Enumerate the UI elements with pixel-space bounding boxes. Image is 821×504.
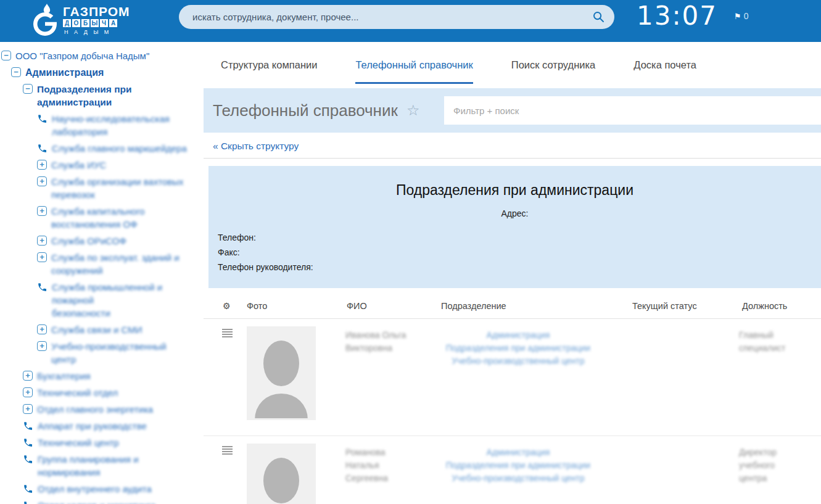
employee-position: Главныйспециалист [739,329,819,355]
tree-item-label[interactable]: Служба организации вахтовыхперевозок [51,175,184,201]
tree-item[interactable]: −Подразделения приадминистрации [23,83,204,109]
tree-item[interactable]: −ООО "Газпром добыча Надым" [1,49,204,62]
tree-item-label[interactable]: Служба связи и СМИ [51,323,142,336]
tree-item-label[interactable]: Технический отдел [37,386,118,399]
tree-item-label[interactable]: Служба ИУС [51,159,106,171]
logo-letter-box: О [72,19,80,27]
phone-icon [37,282,48,293]
column-header: Текущий статус [632,301,697,311]
expand-plus-icon[interactable]: + [37,236,47,246]
tree-item[interactable]: +Служба капитальноговосстановления ОФ [37,205,204,231]
tree-item-label[interactable]: Отдел внутреннего аудита [38,482,152,495]
phone-icon [23,437,34,448]
employee-table-header: ⚙ ФотоФИОПодразделениеТекущий статусДолж… [204,295,821,319]
tree-item[interactable]: +Служба связи и СМИ [37,323,204,336]
tree-item-label[interactable]: Служба главного маркшейдера [52,142,187,155]
tree-item[interactable]: +Служба ОРиСОФ [37,234,204,247]
expand-plus-icon[interactable]: + [37,324,47,334]
expand-plus-icon[interactable]: + [23,404,33,414]
filter-search-input[interactable] [444,96,821,125]
phone-icon [37,143,48,154]
logo-text: ГАЗПРОМ ДОБЫЧА НАДЫМ [63,5,130,35]
tree-item-label[interactable]: Служба капитальноговосстановления ОФ [51,205,145,231]
column-header: Фото [247,301,267,311]
tree-item[interactable]: Отдел внутреннего аудита [23,482,204,495]
tree-item[interactable]: Служба главного маркшейдера [37,142,204,155]
tree-item-label[interactable]: Отдел кадров и маркетинга [38,499,156,504]
logo-line-gazprom: ГАЗПРОМ [63,5,130,19]
tab[interactable]: Телефонный справочник [355,42,472,88]
expand-plus-icon[interactable]: + [37,206,47,216]
tab[interactable]: Доска почета [633,42,696,88]
contact-labels: Телефон: Факс: Телефон руководителя: [218,233,313,277]
employee-photo-placeholder[interactable] [247,326,316,420]
tree-item[interactable]: +Служба по эксплуат. зданий исооружений [37,251,204,277]
tab[interactable]: Структура компании [221,42,317,88]
collapse-minus-icon[interactable]: − [1,51,11,60]
employee-row: Иванова ОльгаВикторовнаАдминистрацияПодр… [204,319,821,436]
clock: 13:07 [637,1,717,31]
employee-position: Директоручебногоцентра [739,446,819,485]
expand-plus-icon[interactable]: + [37,176,47,186]
tree-item[interactable]: +Технический отдел [23,386,204,399]
tree-item-label[interactable]: Отдел главного энергетика [37,403,153,416]
employee-row: РомановаНатальяСергеевнаАдминистрацияПод… [204,436,821,504]
logo-letter-box: Ч [100,19,108,27]
employee-photo-placeholder[interactable] [247,444,316,504]
tree-item-label[interactable]: Учебно-производственныйцентр [51,340,167,366]
logo-line-dobycha: ДОБЫЧА [63,19,130,27]
collapse-minus-icon[interactable]: − [23,84,33,94]
tree-item-label[interactable]: ООО "Газпром добыча Надым" [15,49,149,62]
logo-line-nadym: НАДЫМ [63,29,130,35]
tab[interactable]: Поиск сотрудника [511,42,596,88]
tree-item-label[interactable]: Научно-исследовательскаялаборатория [52,112,170,138]
tree-item-label[interactable]: Бухгалтерия [37,370,91,382]
company-logo[interactable]: ГАЗПРОМ ДОБЫЧА НАДЫМ [31,2,130,38]
tree-item[interactable]: Отдел кадров и маркетинга [23,499,204,504]
phone-icon [37,114,48,125]
expand-plus-icon[interactable]: + [23,387,33,397]
expand-plus-icon[interactable]: + [37,341,47,351]
expand-plus-icon[interactable]: + [23,371,33,381]
employee-department-links[interactable]: АдминистрацияПодразделения при администр… [407,329,629,368]
tree-item[interactable]: Служба промышленной и пожарнойбезопаснос… [37,281,204,320]
tree-item-label[interactable]: Группа планирования инормирования [38,453,139,479]
expand-plus-icon[interactable]: + [37,252,47,262]
tree-item-label[interactable]: Подразделения приадминистрации [37,83,132,109]
phone-icon [23,484,34,495]
logo-letter-box: Ы [91,19,99,27]
global-search-input[interactable] [179,12,593,22]
tree-item[interactable]: Научно-исследовательскаялаборатория [37,112,204,138]
tree-item[interactable]: +Учебно-производственныйцентр [37,340,204,366]
tree-item[interactable]: Аппарат при руководстве [23,419,204,432]
tree-item[interactable]: +Служба ИУС [37,159,204,171]
notifications-flag[interactable]: ⚑ 0 [734,11,748,21]
favorite-star-icon[interactable]: ☆ [406,102,420,119]
employee-department-links[interactable]: АдминистрацияПодразделения при администр… [407,446,629,485]
tree-item-label[interactable]: Служба промышленной и пожарнойбезопаснос… [52,281,204,320]
tree-item[interactable]: Группа планирования инормирования [23,453,204,479]
tree-item[interactable]: +Бухгалтерия [23,370,204,382]
column-header: Должность [742,301,787,311]
tree-item-label[interactable]: Аппарат при руководстве [38,419,147,432]
logo-letter-box: Д [63,19,71,27]
table-settings-gear-icon[interactable]: ⚙ [223,301,231,311]
tree-item[interactable]: Технический центр [23,436,204,449]
row-menu-icon[interactable] [222,446,233,456]
collapse-minus-icon[interactable]: − [11,67,21,77]
tree-item-label[interactable]: Технический центр [38,436,119,449]
tree-item[interactable]: −Администрация [11,66,204,79]
sidebar-org-tree: −ООО "Газпром добыча Надым"−Администраци… [0,42,204,504]
search-icon[interactable] [593,11,604,23]
tree-item-label[interactable]: Администрация [25,66,104,79]
expand-plus-icon[interactable]: + [37,160,47,170]
department-info-panel: Подразделения при администрации Адрес: Т… [208,166,821,288]
hide-structure-link[interactable]: « Скрыть структуру [213,141,299,151]
tree-item[interactable]: +Служба организации вахтовыхперевозок [37,175,204,201]
flag-icon: ⚑ [734,12,741,20]
tree-item[interactable]: +Отдел главного энергетика [23,403,204,416]
global-search[interactable] [179,5,614,29]
tree-item-label[interactable]: Служба по эксплуат. зданий исооружений [51,251,179,277]
row-menu-icon[interactable] [222,329,233,339]
tree-item-label[interactable]: Служба ОРиСОФ [51,234,126,247]
